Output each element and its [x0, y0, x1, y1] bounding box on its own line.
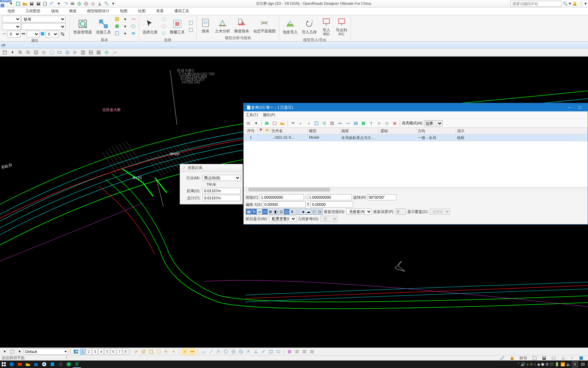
col-filename[interactable]: 文件名 — [270, 128, 308, 134]
qat-dd-icon[interactable]: ▾ — [110, 1, 116, 7]
ref-tb-8[interactable] — [313, 120, 320, 127]
toggle-2[interactable]: ✎ — [251, 209, 257, 214]
level-dd-1[interactable] — [2, 16, 21, 22]
col-dir[interactable]: 方向 — [416, 128, 456, 134]
snap-2-icon[interactable] — [140, 348, 147, 355]
ref-tb-17[interactable] — [383, 120, 390, 127]
view-tb-14[interactable] — [111, 49, 118, 56]
help-icon[interactable]: ❔ — [578, 1, 583, 6]
col-seq[interactable]: 序号 — [244, 128, 258, 134]
vt-dd-icon[interactable]: ▾ — [9, 49, 16, 56]
toggle-10[interactable]: ⬚ — [295, 209, 300, 214]
small-btn-6[interactable]: ▾ — [122, 30, 129, 37]
col-desc[interactable]: 描述 — [340, 128, 379, 134]
tab-model-detail[interactable]: 模型细部设计 — [82, 7, 114, 15]
search-icon[interactable]: 🔍 — [563, 1, 568, 6]
fit-view-icon[interactable] — [33, 49, 39, 56]
tray-wifi-icon[interactable]: 📶 — [560, 362, 565, 367]
attr-dd-6[interactable] — [27, 31, 39, 37]
snap-3-icon[interactable] — [148, 348, 154, 355]
tool-icon[interactable]: 🔧 — [103, 1, 110, 7]
view-2[interactable]: 2 — [86, 349, 92, 355]
references-dialog[interactable]: 📄 参考(1/1 唯一，1 已显示) ─ ☐ 工具(T) 属性(P) ▾ ✂ 高… — [243, 103, 588, 225]
tab-corridor[interactable]: 廊道 — [64, 7, 81, 15]
status-icon-4[interactable] — [558, 356, 568, 360]
toggle-3[interactable]: ▱ — [257, 209, 262, 214]
tray-ime[interactable]: 英 — [572, 362, 578, 367]
ref-tb-13[interactable] — [352, 120, 359, 127]
toggle-14[interactable]: ◳ — [317, 209, 322, 214]
view-6[interactable]: 6 — [111, 349, 116, 355]
undo-dd-icon[interactable]: ▾ — [56, 1, 62, 7]
tray-up-icon[interactable]: ˄ — [518, 362, 520, 367]
tray-icon-7[interactable]: ⚙ — [545, 362, 549, 367]
window-area-icon[interactable] — [48, 49, 55, 56]
tab-site[interactable]: 场地 — [46, 7, 63, 15]
ref-clip-icon[interactable] — [271, 120, 278, 127]
measure-distance-dialog[interactable]: 测量距离 方法(M): 两点间(B) TRUE 距离(D): 0.01107m … — [180, 164, 243, 204]
sel-btn-4[interactable] — [187, 19, 194, 26]
nest-conn-select[interactable]: 无嵌套(N) — [346, 209, 372, 215]
vc-dd-2-icon[interactable]: ▾ — [16, 348, 23, 355]
snap-1-icon[interactable] — [133, 348, 140, 355]
globe-icon[interactable] — [76, 1, 82, 7]
import-geom-button[interactable]: 导入几何 — [300, 18, 318, 35]
attr-dd-4[interactable] — [21, 23, 66, 30]
sel-btn-2[interactable] — [160, 23, 167, 30]
tab-terrain[interactable]: 地形 — [3, 7, 20, 15]
tb-obs-icon[interactable] — [56, 361, 65, 368]
ref-tb-10[interactable] — [329, 120, 336, 127]
save-icon[interactable] — [29, 1, 35, 7]
maximize-button[interactable]: ☐ — [575, 105, 585, 110]
minimize-button[interactable]: ─ — [565, 105, 575, 109]
fence-tool-button[interactable]: 围栅工具 — [168, 18, 186, 35]
start-button[interactable] — [0, 361, 7, 368]
tb-explorer-icon[interactable] — [24, 361, 32, 368]
small-btn-1[interactable] — [114, 16, 120, 22]
snap-mode-7[interactable] — [245, 348, 252, 355]
status-icon-5[interactable]: ✓ — [568, 356, 576, 360]
geo-ref-select[interactable]: 否 — [321, 216, 338, 222]
grid-3-icon[interactable] — [301, 348, 308, 355]
export-icon[interactable] — [42, 1, 48, 7]
snap-mode-5[interactable] — [230, 348, 237, 355]
new-icon[interactable] — [15, 1, 21, 7]
snap-mode-11[interactable] — [275, 348, 282, 355]
save-as-icon[interactable] — [35, 1, 42, 7]
tray-bluetooth-icon[interactable]: ᛒ — [534, 362, 536, 366]
snap-5-icon[interactable] — [163, 348, 169, 355]
notification-icon[interactable]: 🔔 — [572, 1, 577, 6]
small-btn-5[interactable]: ▾ — [122, 23, 129, 30]
view-attrs-icon[interactable] — [1, 49, 8, 56]
export-ifc-button[interactable]: 导出到 IFC — [334, 16, 348, 37]
view-7[interactable]: 7 — [117, 349, 122, 355]
small-btn-8[interactable] — [130, 23, 137, 30]
sel-btn-3[interactable] — [160, 30, 167, 37]
report-button[interactable]: 报表 — [199, 17, 212, 34]
view-tb-12[interactable] — [95, 49, 102, 56]
tb-wechat-icon[interactable] — [65, 361, 73, 368]
ref-cut-icon[interactable]: ✂ — [290, 120, 296, 127]
ribbon-search-input[interactable] — [510, 1, 561, 7]
toggle-12[interactable]: ☁ — [306, 209, 311, 214]
vc-dd-icon[interactable]: ▾ — [1, 348, 8, 355]
corridor-report-button[interactable]: 廊道报表 — [233, 17, 250, 34]
snap-mode-2[interactable] — [208, 348, 214, 355]
settings-icon[interactable] — [90, 1, 96, 7]
col-flag2[interactable] — [264, 128, 270, 134]
vc-btn-1[interactable] — [9, 348, 16, 355]
menu-properties[interactable]: 属性(P) — [263, 112, 275, 118]
tab-drawing-prod[interactable]: 制图 — [115, 7, 132, 15]
ref-tb-15[interactable] — [368, 120, 375, 127]
toggle-6[interactable]: ◧ — [273, 209, 279, 214]
connect-tool-button[interactable]: 连接工具 — [95, 18, 112, 35]
status-icon-6[interactable] — [576, 356, 586, 360]
ref-tb-list-icon[interactable] — [245, 120, 252, 127]
attr-dd-7[interactable]: 0 — [46, 31, 59, 37]
scale-input-1[interactable] — [260, 194, 304, 200]
status-icon-1[interactable] — [530, 356, 539, 360]
compass-icon[interactable] — [83, 1, 89, 7]
import-ird-button[interactable]: 导入 IRD — [320, 16, 333, 37]
print-icon[interactable] — [69, 1, 76, 7]
zoom-out-icon[interactable] — [25, 49, 32, 56]
